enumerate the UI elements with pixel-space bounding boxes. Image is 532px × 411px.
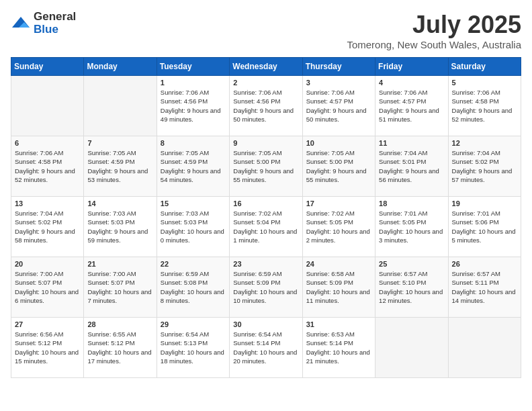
calendar-cell: 11Sunrise: 7:04 AM Sunset: 5:01 PM Dayli…: [375, 136, 448, 197]
day-info: Sunrise: 7:06 AM Sunset: 4:56 PM Dayligh…: [161, 88, 226, 124]
month-title: July 2025: [347, 11, 521, 39]
day-info: Sunrise: 6:58 AM Sunset: 5:09 PM Dayligh…: [306, 269, 371, 305]
logo-general: General: [34, 11, 76, 24]
header-cell-friday: Friday: [375, 58, 448, 76]
day-info: Sunrise: 7:05 AM Sunset: 5:00 PM Dayligh…: [233, 148, 298, 184]
calendar-cell: 2Sunrise: 7:06 AM Sunset: 4:56 PM Daylig…: [230, 76, 302, 136]
day-number: 25: [379, 260, 444, 268]
day-info: Sunrise: 7:03 AM Sunset: 5:03 PM Dayligh…: [161, 209, 226, 244]
day-number: 10: [306, 139, 371, 147]
day-info: Sunrise: 6:59 AM Sunset: 5:08 PM Dayligh…: [161, 269, 226, 305]
day-info: Sunrise: 6:53 AM Sunset: 5:14 PM Dayligh…: [306, 330, 371, 365]
day-info: Sunrise: 7:04 AM Sunset: 5:02 PM Dayligh…: [452, 148, 517, 184]
header-cell-saturday: Saturday: [448, 58, 521, 76]
day-info: Sunrise: 7:06 AM Sunset: 4:58 PM Dayligh…: [452, 88, 517, 124]
day-info: Sunrise: 7:00 AM Sunset: 5:07 PM Dayligh…: [87, 269, 152, 305]
calendar-week-row: 1Sunrise: 7:06 AM Sunset: 4:56 PM Daylig…: [11, 76, 521, 136]
calendar-cell: 13Sunrise: 7:04 AM Sunset: 5:02 PM Dayli…: [11, 197, 84, 257]
day-number: 15: [161, 199, 226, 208]
calendar-cell: 27Sunrise: 6:56 AM Sunset: 5:12 PM Dayli…: [11, 318, 84, 378]
day-number: 22: [161, 260, 226, 268]
day-number: 27: [15, 320, 80, 328]
day-number: 9: [233, 139, 298, 147]
day-info: Sunrise: 7:02 AM Sunset: 5:05 PM Dayligh…: [306, 209, 371, 244]
day-number: 2: [233, 79, 298, 87]
day-number: 18: [379, 199, 444, 208]
calendar-cell: 7Sunrise: 7:05 AM Sunset: 4:59 PM Daylig…: [84, 136, 157, 197]
header-cell-thursday: Thursday: [302, 58, 375, 76]
calendar-cell: 6Sunrise: 7:06 AM Sunset: 4:58 PM Daylig…: [11, 136, 84, 197]
calendar-cell: 15Sunrise: 7:03 AM Sunset: 5:03 PM Dayli…: [157, 197, 229, 257]
day-info: Sunrise: 6:55 AM Sunset: 5:12 PM Dayligh…: [87, 330, 152, 365]
day-info: Sunrise: 7:05 AM Sunset: 4:59 PM Dayligh…: [87, 148, 152, 184]
calendar-table: SundayMondayTuesdayWednesdayThursdayFrid…: [11, 57, 521, 378]
day-info: Sunrise: 7:00 AM Sunset: 5:07 PM Dayligh…: [15, 269, 80, 305]
title-block: July 2025 Tomerong, New South Wales, Aus…: [347, 11, 521, 50]
location-title: Tomerong, New South Wales, Australia: [347, 39, 521, 50]
calendar-cell: 17Sunrise: 7:02 AM Sunset: 5:05 PM Dayli…: [302, 197, 375, 257]
logo-blue: Blue: [34, 24, 76, 36]
calendar-body: 1Sunrise: 7:06 AM Sunset: 4:56 PM Daylig…: [11, 76, 521, 378]
day-number: 3: [306, 79, 371, 87]
calendar-cell: [11, 76, 84, 136]
calendar-week-row: 27Sunrise: 6:56 AM Sunset: 5:12 PM Dayli…: [11, 318, 521, 378]
day-number: 5: [452, 79, 517, 87]
day-number: 8: [161, 139, 226, 147]
calendar-cell: 20Sunrise: 7:00 AM Sunset: 5:07 PM Dayli…: [11, 257, 84, 318]
calendar-cell: 3Sunrise: 7:06 AM Sunset: 4:57 PM Daylig…: [302, 76, 375, 136]
day-number: 12: [452, 139, 517, 147]
day-info: Sunrise: 7:01 AM Sunset: 5:06 PM Dayligh…: [452, 209, 517, 244]
day-info: Sunrise: 6:56 AM Sunset: 5:12 PM Dayligh…: [15, 330, 80, 365]
day-number: 17: [306, 199, 371, 208]
calendar-cell: 10Sunrise: 7:05 AM Sunset: 5:00 PM Dayli…: [302, 136, 375, 197]
day-number: 24: [306, 260, 371, 268]
calendar-cell: 5Sunrise: 7:06 AM Sunset: 4:58 PM Daylig…: [448, 76, 521, 136]
day-number: 6: [15, 139, 80, 147]
day-number: 30: [233, 320, 298, 328]
calendar-cell: 16Sunrise: 7:02 AM Sunset: 5:04 PM Dayli…: [230, 197, 302, 257]
calendar-cell: 8Sunrise: 7:05 AM Sunset: 4:59 PM Daylig…: [157, 136, 229, 197]
header-cell-wednesday: Wednesday: [230, 58, 302, 76]
calendar-cell: 24Sunrise: 6:58 AM Sunset: 5:09 PM Dayli…: [302, 257, 375, 318]
calendar-cell: [84, 76, 157, 136]
calendar-cell: 22Sunrise: 6:59 AM Sunset: 5:08 PM Dayli…: [157, 257, 229, 318]
logo: General Blue: [11, 11, 76, 36]
calendar-cell: [448, 318, 521, 378]
day-info: Sunrise: 7:03 AM Sunset: 5:03 PM Dayligh…: [87, 209, 152, 244]
calendar-header-row: SundayMondayTuesdayWednesdayThursdayFrid…: [11, 58, 521, 76]
header-cell-tuesday: Tuesday: [157, 58, 229, 76]
day-info: Sunrise: 6:54 AM Sunset: 5:13 PM Dayligh…: [161, 330, 226, 365]
calendar-cell: 31Sunrise: 6:53 AM Sunset: 5:14 PM Dayli…: [302, 318, 375, 378]
day-info: Sunrise: 6:59 AM Sunset: 5:09 PM Dayligh…: [233, 269, 298, 305]
day-info: Sunrise: 7:06 AM Sunset: 4:57 PM Dayligh…: [306, 88, 371, 124]
calendar-cell: 30Sunrise: 6:54 AM Sunset: 5:14 PM Dayli…: [230, 318, 302, 378]
day-info: Sunrise: 7:01 AM Sunset: 5:05 PM Dayligh…: [379, 209, 444, 244]
day-info: Sunrise: 7:06 AM Sunset: 4:58 PM Dayligh…: [15, 148, 80, 184]
day-number: 28: [87, 320, 152, 328]
day-number: 23: [233, 260, 298, 268]
day-number: 20: [15, 260, 80, 268]
day-info: Sunrise: 7:05 AM Sunset: 5:00 PM Dayligh…: [306, 148, 371, 184]
day-info: Sunrise: 7:05 AM Sunset: 4:59 PM Dayligh…: [161, 148, 226, 184]
calendar-cell: 12Sunrise: 7:04 AM Sunset: 5:02 PM Dayli…: [448, 136, 521, 197]
day-info: Sunrise: 7:04 AM Sunset: 5:02 PM Dayligh…: [15, 209, 80, 244]
calendar-cell: [375, 318, 448, 378]
calendar-cell: 23Sunrise: 6:59 AM Sunset: 5:09 PM Dayli…: [230, 257, 302, 318]
day-number: 11: [379, 139, 444, 147]
day-number: 7: [87, 139, 152, 147]
header-cell-sunday: Sunday: [11, 58, 84, 76]
page-header: General Blue July 2025 Tomerong, New Sou…: [11, 11, 521, 50]
header-cell-monday: Monday: [84, 58, 157, 76]
day-number: 19: [452, 199, 517, 208]
calendar-cell: 9Sunrise: 7:05 AM Sunset: 5:00 PM Daylig…: [230, 136, 302, 197]
calendar-week-row: 20Sunrise: 7:00 AM Sunset: 5:07 PM Dayli…: [11, 257, 521, 318]
day-number: 21: [87, 260, 152, 268]
day-number: 14: [87, 199, 152, 208]
day-info: Sunrise: 6:57 AM Sunset: 5:11 PM Dayligh…: [452, 269, 517, 305]
calendar-cell: 28Sunrise: 6:55 AM Sunset: 5:12 PM Dayli…: [84, 318, 157, 378]
day-number: 26: [452, 260, 517, 268]
day-info: Sunrise: 7:04 AM Sunset: 5:01 PM Dayligh…: [379, 148, 444, 184]
calendar-cell: 1Sunrise: 7:06 AM Sunset: 4:56 PM Daylig…: [157, 76, 229, 136]
day-number: 13: [15, 199, 80, 208]
day-info: Sunrise: 7:06 AM Sunset: 4:57 PM Dayligh…: [379, 88, 444, 124]
